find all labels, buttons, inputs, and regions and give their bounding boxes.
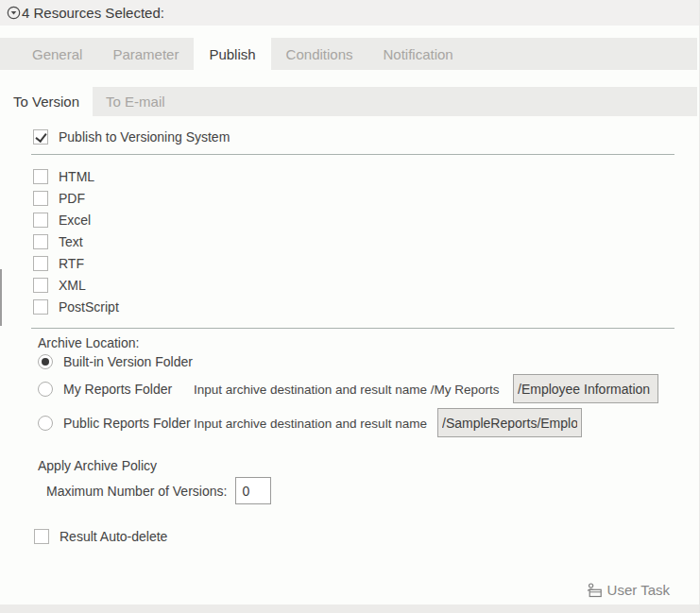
- format-label-xml: XML: [59, 278, 86, 293]
- subtab-to-email-label: To E-mail: [106, 94, 165, 110]
- subtab-to-version[interactable]: To Version: [0, 87, 93, 116]
- tab-notification[interactable]: Notification: [368, 38, 469, 70]
- collapse-chevron-circle-icon[interactable]: [7, 6, 21, 20]
- archive-hint-myreports: Input archive destination and result nam…: [194, 382, 499, 396]
- format-row-xml: XML: [33, 274, 119, 296]
- format-label-text: Text: [59, 234, 83, 249]
- format-row-excel: Excel: [33, 209, 119, 230]
- format-checkbox-text[interactable]: [33, 234, 48, 249]
- format-checkbox-postscript[interactable]: [33, 299, 48, 315]
- user-task-button[interactable]: User Task: [587, 582, 670, 598]
- tab-parameter-label: Parameter: [112, 46, 179, 62]
- format-checkbox-xml[interactable]: [33, 278, 48, 293]
- archive-radio-builtin[interactable]: [38, 354, 53, 369]
- separator: [31, 154, 674, 155]
- tab-parameter[interactable]: Parameter: [97, 38, 194, 70]
- format-label-excel: Excel: [59, 213, 91, 228]
- format-checkbox-pdf[interactable]: [33, 191, 48, 206]
- max-versions-row: Maximum Number of Versions:: [46, 477, 271, 504]
- format-row-pdf: PDF: [33, 187, 119, 209]
- archive-label-publicreports: Public Reports Folder: [63, 416, 191, 431]
- archive-destination-input-publicreports[interactable]: [437, 408, 582, 437]
- format-row-postscript: PostScript: [33, 296, 119, 317]
- tab-general-label: General: [32, 46, 82, 62]
- publish-to-versioning-checkbox[interactable]: [33, 129, 48, 145]
- publish-to-versioning-row: Publish to Versioning System: [33, 128, 230, 145]
- archive-hint-publicreports: Input archive destination and result nam…: [194, 416, 427, 430]
- subtab-to-email[interactable]: To E-mail: [93, 87, 179, 116]
- tab-general[interactable]: General: [17, 38, 97, 70]
- format-row-text: Text: [33, 230, 119, 252]
- publish-to-versioning-label: Publish to Versioning System: [59, 129, 230, 145]
- archive-label-builtin: Built-in Version Folder: [63, 354, 193, 369]
- archive-option-publicreports-row: Public Reports Folder Input archive dest…: [0, 408, 699, 437]
- left-edge-scroll-fragment: [0, 269, 2, 326]
- separator: [31, 328, 674, 329]
- footer-bar: [0, 604, 699, 613]
- archive-radio-myreports[interactable]: [38, 382, 53, 397]
- apply-archive-policy-title: Apply Archive Policy: [38, 458, 157, 473]
- archive-option-myreports-row: My Reports Folder Input archive destinat…: [0, 374, 699, 403]
- main-tabbar: General Parameter Publish Conditions Not…: [0, 38, 697, 70]
- archive-radio-publicreports[interactable]: [38, 416, 53, 431]
- format-label-postscript: PostScript: [59, 299, 119, 315]
- archive-option-builtin-row: Built-in Version Folder: [0, 353, 699, 370]
- selection-title: 4 Resources Selected:: [22, 5, 164, 21]
- max-versions-label: Maximum Number of Versions:: [46, 484, 227, 499]
- result-auto-delete-row: Result Auto-delete: [34, 528, 167, 545]
- max-versions-input[interactable]: [235, 477, 271, 504]
- tab-conditions-label: Conditions: [286, 46, 353, 62]
- format-label-html: HTML: [59, 169, 94, 184]
- tab-publish-label: Publish: [209, 46, 255, 62]
- tab-publish[interactable]: Publish: [194, 38, 270, 70]
- archive-location-title: Archive Location:: [38, 335, 139, 350]
- result-auto-delete-checkbox[interactable]: [34, 529, 49, 544]
- tab-conditions[interactable]: Conditions: [271, 38, 368, 70]
- subtab-to-version-label: To Version: [13, 94, 79, 110]
- format-checkbox-excel[interactable]: [33, 213, 48, 228]
- user-task-icon: [587, 583, 603, 598]
- format-label-rtf: RTF: [59, 256, 84, 271]
- archive-label-myreports: My Reports Folder: [63, 382, 172, 397]
- archive-destination-input-myreports[interactable]: [513, 374, 658, 403]
- selection-header: 4 Resources Selected:: [0, 0, 699, 26]
- format-list: HTML PDF Excel Text RTF XML PostScript: [33, 165, 119, 317]
- user-task-label: User Task: [607, 582, 670, 598]
- format-row-rtf: RTF: [33, 252, 119, 274]
- format-checkbox-rtf[interactable]: [33, 256, 48, 271]
- publish-subtabbar: To Version To E-mail: [0, 87, 697, 116]
- result-auto-delete-label: Result Auto-delete: [60, 529, 167, 544]
- publish-settings-panel: 4 Resources Selected: General Parameter …: [0, 0, 700, 613]
- format-checkbox-html[interactable]: [33, 169, 48, 184]
- format-label-pdf: PDF: [59, 191, 85, 206]
- tab-notification-label: Notification: [384, 46, 453, 62]
- format-row-html: HTML: [33, 165, 119, 187]
